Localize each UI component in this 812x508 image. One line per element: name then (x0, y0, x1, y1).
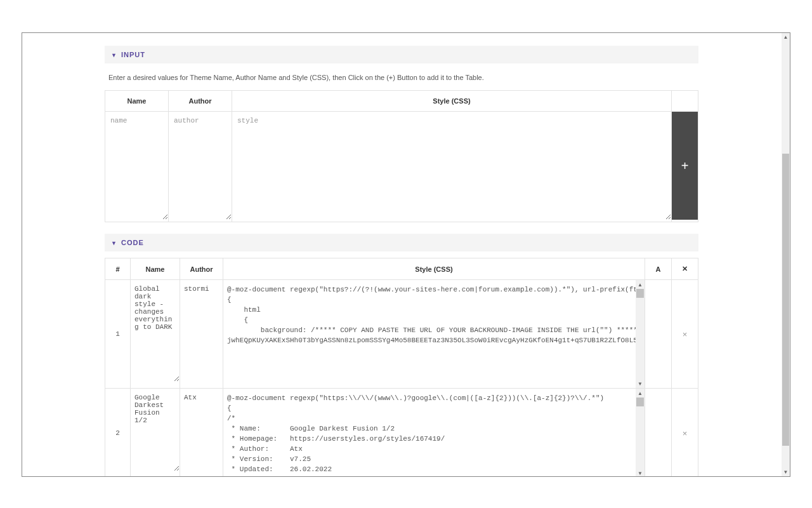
row-style-scrollbar[interactable]: ▲ ▼ (636, 389, 645, 477)
scroll-down-icon[interactable]: ▼ (636, 379, 645, 388)
scroll-down-icon[interactable]: ▼ (782, 468, 790, 476)
app-frame: ▼ INPUT Enter a desired values for Theme… (22, 32, 790, 477)
chevron-down-icon: ▼ (111, 52, 117, 58)
delete-row-button[interactable]: × (672, 280, 698, 389)
input-th-name: Name (105, 91, 169, 112)
scroll-up-icon[interactable]: ▲ (636, 280, 645, 289)
row-style-scrollbar[interactable]: ▲ ▼ (636, 280, 645, 388)
code-th-x: ✕ (672, 258, 698, 280)
row-author: stormi (180, 280, 223, 298)
close-icon: × (683, 429, 688, 438)
main-scroll-area[interactable]: ▼ INPUT Enter a desired values for Theme… (22, 33, 781, 477)
row-style[interactable] (223, 280, 636, 388)
row-index: 2 (105, 389, 131, 478)
input-hint: Enter a desired values for Theme Name, A… (105, 66, 698, 90)
row-author: Atx (180, 389, 223, 406)
plus-icon: + (681, 159, 689, 173)
delete-row-button[interactable]: × (672, 389, 698, 478)
row-index: 1 (105, 280, 131, 389)
input-th-style: Style (CSS) (232, 91, 672, 112)
scroll-down-icon[interactable]: ▼ (636, 469, 645, 477)
viewport-scrollbar[interactable]: ▲ ▼ (782, 33, 790, 476)
input-th-add (672, 91, 698, 112)
section-label: INPUT (121, 51, 145, 58)
row-name[interactable] (131, 280, 180, 382)
table-row: 2 Atx ▲ ▼ (105, 389, 698, 478)
code-th-style: Style (CSS) (223, 258, 645, 280)
close-icon: × (683, 330, 688, 339)
code-th-a: A (645, 258, 672, 280)
code-table: # Name Author Style (CSS) A ✕ 1 (105, 258, 698, 477)
section-toggle-input[interactable]: ▼ INPUT (105, 46, 698, 64)
add-button[interactable]: + (672, 112, 698, 220)
row-name[interactable] (131, 389, 180, 471)
scroll-up-icon[interactable]: ▲ (636, 389, 645, 398)
input-th-author: Author (169, 91, 232, 112)
code-th-author: Author (180, 258, 223, 280)
chevron-down-icon: ▼ (111, 240, 117, 246)
section-label: CODE (121, 239, 144, 246)
section-toggle-code[interactable]: ▼ CODE (105, 234, 698, 251)
name-field[interactable] (105, 112, 168, 220)
scroll-up-icon[interactable]: ▲ (782, 33, 790, 41)
table-row: 1 stormi ▲ ▼ (105, 280, 698, 389)
row-style[interactable] (223, 389, 636, 477)
scroll-thumb[interactable] (636, 289, 644, 298)
code-th-name: Name (131, 258, 180, 280)
input-table: Name Author Style (CSS) + (105, 90, 698, 222)
author-field[interactable] (169, 112, 232, 220)
style-field[interactable] (232, 112, 671, 220)
code-th-idx: # (105, 258, 131, 280)
scroll-thumb[interactable] (782, 154, 789, 446)
scroll-thumb[interactable] (636, 398, 644, 406)
content: ▼ INPUT Enter a desired values for Theme… (22, 33, 781, 477)
